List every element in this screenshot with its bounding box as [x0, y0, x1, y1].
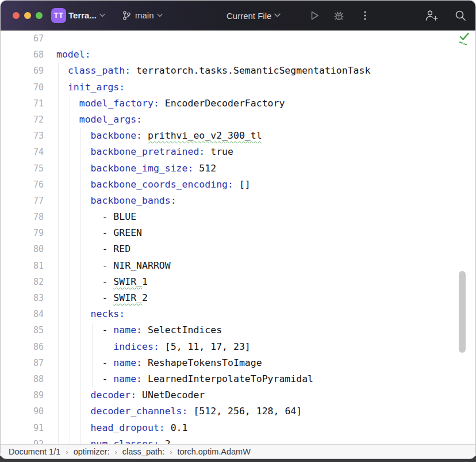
- code-line[interactable]: 80 - RED: [1, 241, 475, 257]
- code-line[interactable]: 85 - name: SelectIndices: [1, 322, 475, 338]
- code-line[interactable]: 75 backbone_img_size: 512: [1, 161, 475, 177]
- line-number[interactable]: 91: [1, 420, 45, 436]
- code-line[interactable]: 87 - name: ReshapeTokensToImage: [1, 355, 475, 371]
- code-text: num_classes: 2: [45, 436, 171, 444]
- line-number[interactable]: 75: [1, 161, 45, 177]
- line-number[interactable]: 83: [1, 290, 45, 306]
- typo-squiggle-icon: [459, 41, 467, 45]
- breadcrumb-item[interactable]: class_path:: [122, 447, 164, 456]
- code-text: decoder_channels: [512, 256, 128, 64]: [45, 403, 302, 419]
- code-text: head_dropout: 0.1: [45, 420, 188, 436]
- code-text: init_args:: [45, 79, 125, 96]
- code-line[interactable]: 81 - NIR_NARROW: [1, 258, 475, 274]
- line-number[interactable]: 70: [1, 79, 45, 96]
- run-button[interactable]: [309, 10, 320, 21]
- code-line[interactable]: 72 model_args:: [1, 112, 475, 128]
- line-number[interactable]: 81: [1, 258, 45, 274]
- line-number[interactable]: 85: [1, 322, 45, 338]
- code-text: model:: [45, 47, 91, 63]
- code-line[interactable]: 83 - SWIR_2: [1, 290, 475, 306]
- line-number[interactable]: 73: [1, 128, 45, 144]
- code-line[interactable]: 79 - GREEN: [1, 225, 475, 241]
- code-text: backbone_pretrained: true: [45, 144, 233, 160]
- inspections-status-widget[interactable]: [459, 32, 471, 46]
- code-line[interactable]: 71 model_factory: EncoderDecoderFactory: [1, 96, 475, 112]
- code-line[interactable]: 76 backbone_coords_encoding: []: [1, 177, 475, 193]
- code-line[interactable]: 74 backbone_pretrained: true: [1, 144, 475, 160]
- debug-button[interactable]: [333, 9, 345, 21]
- code-line[interactable]: 91 head_dropout: 0.1: [1, 420, 475, 436]
- line-number[interactable]: 76: [1, 177, 45, 193]
- line-number[interactable]: 84: [1, 306, 45, 322]
- code-line[interactable]: 90 decoder_channels: [512, 256, 128, 64]: [1, 403, 475, 419]
- git-branch-icon: [122, 10, 131, 21]
- minimize-button[interactable]: [24, 12, 31, 19]
- code-text: - name: LearnedInterpolateToPyramidal: [45, 371, 313, 387]
- line-number[interactable]: 92: [1, 436, 45, 444]
- title-bar: TT Terra... main Current File: [1, 1, 475, 30]
- code-line[interactable]: 73 backbone: prithvi_eo_v2_300_tl: [1, 128, 475, 144]
- code-line[interactable]: 86 indices: [5, 11, 17, 23]: [1, 339, 475, 355]
- traffic-lights: [13, 12, 43, 19]
- code-text: - SWIR_2: [45, 290, 148, 306]
- code-line[interactable]: 82 - SWIR_1: [1, 274, 475, 290]
- close-button[interactable]: [13, 12, 20, 19]
- code-line[interactable]: 92 num_classes: 2: [1, 436, 475, 444]
- code-text: indices: [5, 11, 17, 23]: [45, 339, 251, 355]
- line-number[interactable]: 69: [1, 63, 45, 79]
- code-line[interactable]: 68model:: [1, 47, 475, 63]
- line-number[interactable]: 89: [1, 387, 45, 403]
- code-text: necks:: [45, 306, 125, 322]
- more-actions-kebab-icon[interactable]: [362, 10, 368, 21]
- run-configuration-name: Current File: [227, 10, 271, 20]
- line-number[interactable]: 80: [1, 241, 45, 257]
- breadcrumb-item[interactable]: optimizer:: [74, 447, 110, 456]
- code-line[interactable]: 77 backbone_bands:: [1, 193, 475, 209]
- code-text: - name: SelectIndices: [45, 322, 222, 338]
- line-number[interactable]: 82: [1, 274, 45, 290]
- code-with-me-add-user-button[interactable]: [424, 9, 439, 22]
- code-text: backbone: prithvi_eo_v2_300_tl: [45, 128, 262, 144]
- code-line[interactable]: 69 class_path: terratorch.tasks.Semantic…: [1, 63, 475, 79]
- editor-pane[interactable]: 6768model:69 class_path: terratorch.task…: [1, 30, 475, 444]
- code-line[interactable]: 78 - BLUE: [1, 209, 475, 225]
- line-number[interactable]: 79: [1, 225, 45, 241]
- code-line[interactable]: 88 - name: LearnedInterpolateToPyramidal: [1, 371, 475, 387]
- vcs-branch-widget[interactable]: main: [122, 10, 163, 21]
- line-number[interactable]: 77: [1, 193, 45, 209]
- branch-name: main: [135, 10, 154, 20]
- line-number[interactable]: 67: [1, 30, 45, 47]
- line-number[interactable]: 74: [1, 144, 45, 160]
- search-everywhere-icon[interactable]: [454, 9, 467, 22]
- breadcrumb-item[interactable]: Document 1/1: [9, 447, 60, 456]
- line-number[interactable]: 90: [1, 403, 45, 419]
- project-badge: TT: [51, 8, 66, 23]
- line-number[interactable]: 72: [1, 112, 45, 128]
- breadcrumb-item[interactable]: torch.optim.AdamW: [178, 447, 251, 456]
- code-text: backbone_img_size: 512: [45, 161, 216, 177]
- line-number[interactable]: 86: [1, 339, 45, 355]
- zoom-button[interactable]: [36, 12, 43, 19]
- code-line[interactable]: 84 necks:: [1, 306, 475, 322]
- line-number[interactable]: 71: [1, 96, 45, 112]
- code-text: model_args:: [45, 112, 142, 128]
- line-number[interactable]: 87: [1, 355, 45, 371]
- chevron-down-icon: [99, 13, 105, 17]
- checkmark-icon: [459, 32, 470, 41]
- line-number[interactable]: 88: [1, 371, 45, 387]
- code-text: class_path: terratorch.tasks.SemanticSeg…: [45, 63, 370, 79]
- code-text: backbone_bands:: [45, 193, 176, 209]
- code-text: backbone_coords_encoding: []: [45, 177, 251, 193]
- code-line[interactable]: 67: [1, 30, 475, 47]
- breadcrumb-bar: Document 1/1›optimizer:›class_path:›torc…: [1, 444, 475, 459]
- code-line[interactable]: 70 init_args:: [1, 79, 475, 96]
- code-text: - NIR_NARROW: [45, 258, 171, 274]
- breadcrumb-separator: ›: [170, 448, 172, 456]
- run-configuration-selector[interactable]: Current File: [227, 10, 281, 20]
- line-number[interactable]: 68: [1, 47, 45, 63]
- code-text: model_factory: EncoderDecoderFactory: [45, 96, 285, 112]
- code-line[interactable]: 89 decoder: UNetDecoder: [1, 387, 475, 403]
- project-selector[interactable]: TT Terra...: [51, 8, 105, 23]
- line-number[interactable]: 78: [1, 209, 45, 225]
- vertical-scrollbar[interactable]: [459, 271, 466, 353]
